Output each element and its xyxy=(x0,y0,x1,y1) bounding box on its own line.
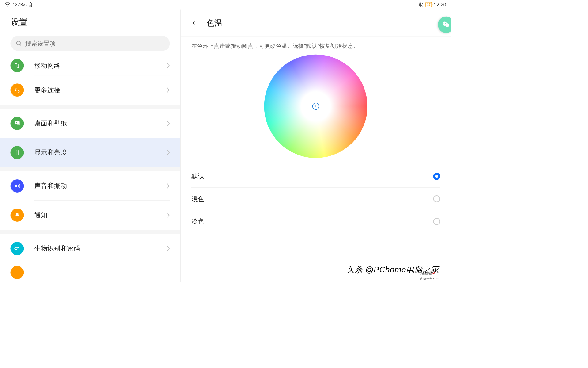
sidebar-item-mobile-network[interactable]: 移动网络 xyxy=(0,56,180,75)
radio-indicator xyxy=(433,218,440,225)
chevron-right-icon xyxy=(167,212,170,218)
svg-point-14 xyxy=(447,25,447,25)
battery-indicator: 17 xyxy=(425,2,432,7)
chevron-right-icon xyxy=(167,63,170,68)
sidebar-item-label: 通知 xyxy=(34,211,167,220)
chevron-right-icon xyxy=(167,183,170,189)
search-box[interactable] xyxy=(11,36,170,51)
main-panel: 色温 在色环上点击或拖动圆点，可更改色温。选择"默认"恢复初始状态。 + 默认 … xyxy=(181,10,451,282)
wallpaper-icon xyxy=(11,117,24,130)
wifi-icon xyxy=(5,2,10,7)
radio-indicator xyxy=(433,173,440,180)
sidebar-item-label: 生物识别和密码 xyxy=(34,244,167,253)
svg-point-15 xyxy=(448,25,448,25)
svg-rect-8 xyxy=(16,150,18,155)
clock-time: 12:20 xyxy=(434,2,446,7)
watermark-sub: 经验啦✓ jingyanla.com xyxy=(420,271,439,280)
network-speed: 187B/s xyxy=(13,2,26,7)
page-title: 色温 xyxy=(206,18,222,29)
radio-option-warm[interactable]: 暖色 xyxy=(191,188,440,210)
sidebar-item-notifications[interactable]: 通知 xyxy=(0,201,180,230)
radio-label: 冷色 xyxy=(191,217,205,226)
wheel-handle[interactable]: + xyxy=(312,103,319,110)
sound-icon xyxy=(11,179,24,193)
svg-point-7 xyxy=(16,122,17,123)
chevron-right-icon xyxy=(167,121,170,126)
status-bar: 187B/s 17 12:20 xyxy=(0,0,451,10)
svg-point-13 xyxy=(445,23,446,24)
svg-point-12 xyxy=(444,23,444,24)
svg-rect-2 xyxy=(30,6,31,6)
color-wheel[interactable]: + xyxy=(264,55,368,158)
chevron-right-icon xyxy=(167,246,170,251)
sidebar-item-label: 显示和亮度 xyxy=(34,148,167,157)
display-icon xyxy=(11,146,24,159)
chevron-right-icon xyxy=(167,87,170,93)
radio-option-default[interactable]: 默认 xyxy=(191,165,440,188)
svg-point-9 xyxy=(15,247,17,250)
hint-text: 在色环上点击或拖动圆点，可更改色温。选择"默认"恢复初始状态。 xyxy=(191,42,440,50)
chevron-right-icon xyxy=(167,150,170,155)
section-divider xyxy=(0,167,180,171)
sidebar-item-label: 更多连接 xyxy=(34,86,167,94)
section-divider xyxy=(0,105,180,109)
sidebar-title: 设置 xyxy=(11,17,170,28)
section-divider xyxy=(0,230,180,234)
radio-indicator xyxy=(433,195,440,202)
bell-icon xyxy=(11,209,24,222)
sidebar-item-display[interactable]: 显示和亮度 xyxy=(0,138,180,167)
back-button[interactable] xyxy=(191,19,200,27)
key-icon xyxy=(11,242,24,255)
search-input[interactable] xyxy=(25,40,164,47)
sidebar-item-biometrics[interactable]: 生物识别和密码 xyxy=(0,234,180,263)
sidebar-item-partial[interactable] xyxy=(0,263,180,275)
mute-icon xyxy=(418,2,424,7)
radio-label: 暖色 xyxy=(191,194,205,203)
settings-sidebar: 设置 移动网络 更多连接 xyxy=(0,10,181,282)
svg-rect-1 xyxy=(30,2,31,3)
sidebar-item-sound[interactable]: 声音和振动 xyxy=(0,171,180,201)
radio-label: 默认 xyxy=(191,172,205,181)
apps-icon xyxy=(11,266,24,279)
sidebar-item-label: 移动网络 xyxy=(34,61,167,70)
svg-point-11 xyxy=(445,23,449,27)
radio-option-cool[interactable]: 冷色 xyxy=(191,210,440,233)
sidebar-item-label: 桌面和壁纸 xyxy=(34,119,167,128)
sidebar-item-wallpaper[interactable]: 桌面和壁纸 xyxy=(0,109,180,138)
svg-line-5 xyxy=(20,44,21,46)
sidebar-item-more-connections[interactable]: 更多连接 xyxy=(0,75,180,105)
mobile-network-icon xyxy=(11,59,24,72)
link-icon xyxy=(11,83,24,97)
battery-small-icon xyxy=(29,2,32,7)
search-icon xyxy=(16,40,22,47)
sidebar-item-label: 声音和振动 xyxy=(34,182,167,190)
